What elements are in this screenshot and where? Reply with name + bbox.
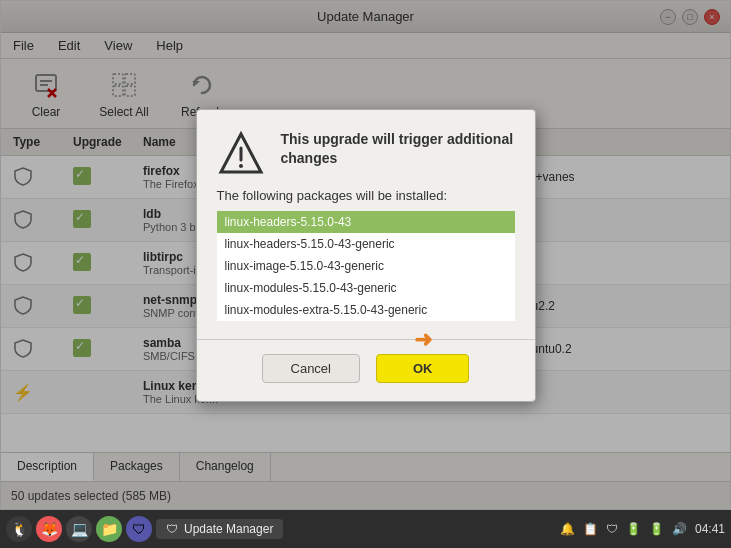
taskbar-clipboard-icon: 📋	[583, 522, 598, 536]
taskbar-time: 04:41	[695, 522, 725, 536]
taskbar-left: 🐧 🦊 💻 📁 🛡 🛡 Update Manager	[6, 516, 283, 542]
dialog: This upgrade will trigger additional cha…	[196, 109, 536, 402]
ok-button[interactable]: ➜ OK	[376, 354, 470, 383]
dialog-footer: Cancel ➜ OK	[197, 339, 535, 401]
list-item[interactable]: linux-headers-5.15.0-43-generic	[217, 233, 515, 255]
dialog-body: The following packages will be installed…	[197, 188, 535, 339]
svg-point-12	[239, 164, 243, 168]
dialog-body-text: The following packages will be installed…	[217, 188, 515, 203]
dialog-package-list: linux-headers-5.15.0-43 linux-headers-5.…	[217, 211, 515, 321]
main-window: Update Manager − □ × File Edit View Help	[0, 0, 731, 510]
taskbar-battery-icon: 🔋	[626, 522, 641, 536]
taskbar: 🐧 🦊 💻 📁 🛡 🛡 Update Manager 🔔 📋 🛡 🔋 🔋 🔊 0…	[0, 510, 731, 548]
dialog-title: This upgrade will trigger additional cha…	[281, 130, 515, 169]
taskbar-app[interactable]: 🛡 Update Manager	[156, 519, 283, 539]
taskbar-files-icon[interactable]: 📁	[96, 516, 122, 542]
list-item[interactable]: linux-modules-5.15.0-43-generic	[217, 277, 515, 299]
taskbar-volume-icon: 🔊	[672, 522, 687, 536]
list-item[interactable]: linux-image-5.15.0-43-generic	[217, 255, 515, 277]
taskbar-shield-icon[interactable]: 🛡	[126, 516, 152, 542]
taskbar-notify-icon: 🔔	[560, 522, 575, 536]
taskbar-terminal-icon[interactable]: 💻	[66, 516, 92, 542]
dialog-overlay: This upgrade will trigger additional cha…	[1, 1, 730, 509]
taskbar-battery2-icon: 🔋	[649, 522, 664, 536]
taskbar-app-label: Update Manager	[184, 522, 273, 536]
cancel-button[interactable]: Cancel	[262, 354, 360, 383]
taskbar-penguin-icon[interactable]: 🐧	[6, 516, 32, 542]
warning-icon	[217, 130, 265, 178]
dialog-header: This upgrade will trigger additional cha…	[197, 110, 535, 188]
arrow-icon: ➜	[414, 327, 432, 353]
taskbar-app-icon: 🛡	[166, 522, 178, 536]
taskbar-firefox-icon[interactable]: 🦊	[36, 516, 62, 542]
list-item[interactable]: linux-headers-5.15.0-43	[217, 211, 515, 233]
taskbar-network-icon: 🛡	[606, 522, 618, 536]
taskbar-right: 🔔 📋 🛡 🔋 🔋 🔊 04:41	[560, 522, 725, 536]
list-item[interactable]: linux-modules-extra-5.15.0-43-generic	[217, 299, 515, 321]
